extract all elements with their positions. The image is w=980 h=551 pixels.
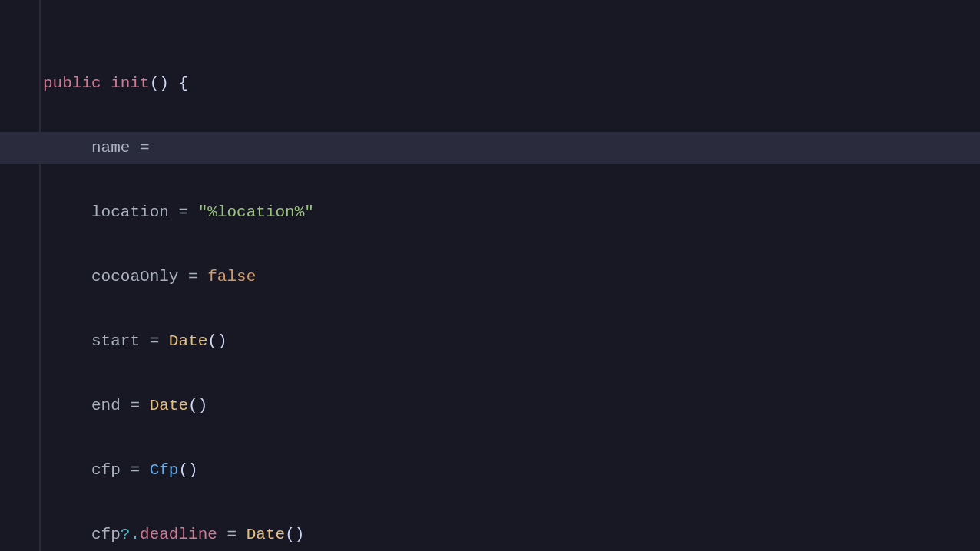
equals: = xyxy=(130,397,140,414)
equals: = xyxy=(150,332,160,350)
boolean-literal: false xyxy=(207,268,256,285)
identifier: end xyxy=(91,397,121,414)
identifier: cocoaOnly xyxy=(91,268,178,285)
type-name: Date xyxy=(150,397,188,414)
parens: () xyxy=(285,526,304,543)
identifier: start xyxy=(91,332,140,350)
type-name: Date xyxy=(169,332,207,350)
code-editor[interactable]: public init() { name = location = "%loca… xyxy=(0,0,980,551)
equals: = xyxy=(188,268,198,285)
code-line[interactable]: location = "%location%" xyxy=(43,196,980,229)
code-line[interactable]: cfp = Cfp() xyxy=(43,454,980,487)
parens: () xyxy=(207,332,227,350)
identifier: cfp xyxy=(91,461,121,479)
equals: = xyxy=(227,526,237,543)
keyword-init: init xyxy=(111,74,149,92)
type-name: Date xyxy=(247,526,285,543)
code-line[interactable]: start = Date() xyxy=(43,325,980,358)
code-line[interactable]: end = Date() xyxy=(43,390,980,422)
class-name: Cfp xyxy=(150,461,179,479)
property: deadline xyxy=(140,526,217,543)
parens: () xyxy=(178,461,197,479)
code-line[interactable]: cocoaOnly = false xyxy=(43,261,980,293)
keyword-public: public xyxy=(43,74,101,92)
equals: = xyxy=(178,203,188,221)
gutter-line xyxy=(39,0,41,551)
parens: () xyxy=(150,74,169,92)
code-line[interactable]: cfp?.deadline = Date() xyxy=(43,519,980,551)
equals: = xyxy=(130,461,140,479)
brace-open: { xyxy=(178,74,188,92)
parens: () xyxy=(188,397,207,414)
identifier: cfp xyxy=(91,526,121,543)
code-line-active[interactable]: name = xyxy=(0,132,980,164)
code-line[interactable]: public init() { xyxy=(43,68,980,100)
string-literal: "%location%" xyxy=(198,203,314,221)
identifier: name xyxy=(91,139,130,157)
optional-chain: ?. xyxy=(121,526,140,543)
identifier: location xyxy=(91,203,169,221)
equals: = xyxy=(140,139,150,157)
